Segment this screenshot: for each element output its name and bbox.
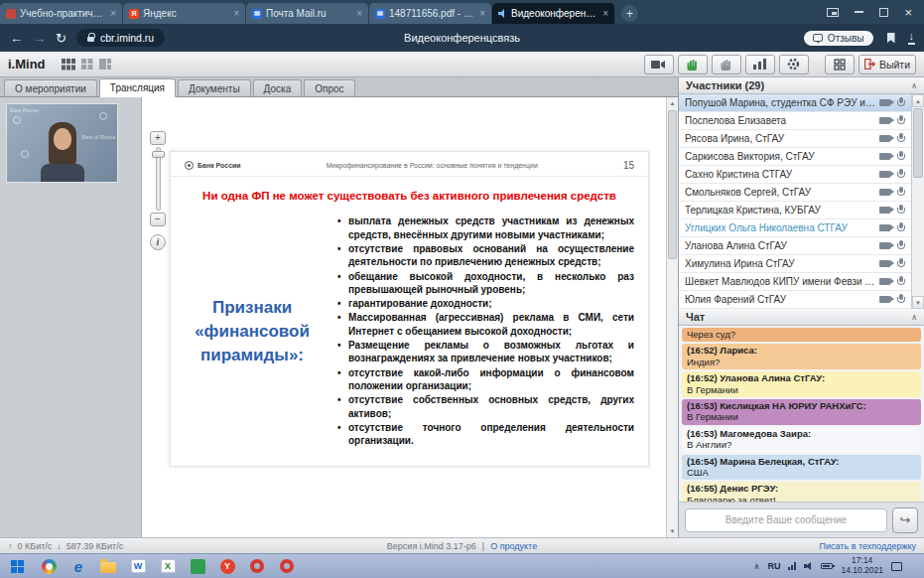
layout-grid-icon[interactable] <box>99 59 111 70</box>
participants-scrollbar[interactable]: ▲ ▼ <box>911 94 924 309</box>
cast-icon[interactable] <box>827 8 839 17</box>
taskbar-icon-browser[interactable] <box>34 554 64 578</box>
camera-icon[interactable] <box>879 260 890 267</box>
camera-icon[interactable] <box>879 207 890 214</box>
action-center-icon[interactable] <box>891 562 902 571</box>
taskbar-icon-edge[interactable]: e <box>64 554 93 578</box>
zoom-slider[interactable] <box>156 147 161 211</box>
participant-row[interactable]: Углицких Ольга Николаевна СТГАУ <box>679 219 911 237</box>
reload-icon[interactable]: ↻ <box>56 32 66 45</box>
mic-icon[interactable] <box>896 133 905 144</box>
camera-icon[interactable] <box>879 171 890 178</box>
mic-icon[interactable] <box>896 222 905 233</box>
mic-icon[interactable] <box>896 115 905 126</box>
collapse-icon[interactable]: ∧ <box>911 313 917 322</box>
browser-tab[interactable]: Учебно-практическая лаб × <box>0 3 123 24</box>
settings-button[interactable] <box>779 55 809 74</box>
participant-row[interactable]: Юлия Фарений СтГАУ <box>679 291 911 309</box>
participant-row[interactable]: Уланова Алина СтГАУ <box>679 237 911 255</box>
zoom-out-button[interactable]: − <box>150 213 166 226</box>
scroll-up-icon[interactable]: ▲ <box>912 94 924 107</box>
chat-header[interactable]: Чат ∧ <box>679 309 924 326</box>
forward-icon[interactable]: → <box>33 32 46 45</box>
mic-icon[interactable] <box>896 258 905 269</box>
camera-icon[interactable] <box>879 224 890 231</box>
maximize-icon[interactable] <box>879 8 888 17</box>
participant-row[interactable]: Рясова Ирина, СтГАУ <box>679 130 911 148</box>
participant-row[interactable]: Терлицкая Кристина, КУБГАУ <box>679 202 911 219</box>
camera-icon[interactable] <box>879 278 890 285</box>
browser-tab-active[interactable]: Видеоконференцсвязь × <box>492 3 615 24</box>
scrollbar-thumb[interactable] <box>668 110 677 259</box>
taskbar-icon-opera[interactable] <box>242 554 272 578</box>
tab-close-icon[interactable]: × <box>110 9 116 19</box>
scrollbar-thumb[interactable] <box>913 108 923 178</box>
feedback-button[interactable]: Отзывы <box>804 31 873 46</box>
support-link[interactable]: Писать в техподдержку <box>820 541 916 551</box>
pointer-button[interactable] <box>712 55 741 74</box>
start-button[interactable] <box>0 554 34 578</box>
view-layout-button[interactable] <box>825 55 855 74</box>
mic-icon[interactable] <box>896 151 905 162</box>
tab-event-info[interactable]: О мероприятии <box>4 79 97 96</box>
about-link[interactable]: О продукте <box>490 541 537 551</box>
collapse-icon[interactable]: ∧ <box>911 81 917 90</box>
participant-row[interactable]: Саркисова Виктория, СтГАУ <box>679 148 911 166</box>
camera-icon[interactable] <box>879 189 890 196</box>
mic-icon[interactable] <box>896 240 905 251</box>
camera-icon[interactable] <box>879 153 890 160</box>
info-button[interactable]: i <box>150 234 166 250</box>
participant-row[interactable]: Химулина Ирина СтГАУ <box>679 255 911 273</box>
mic-icon[interactable] <box>896 97 905 108</box>
stats-button[interactable] <box>745 55 775 74</box>
participant-row[interactable]: Смольняков Сергей, СтГАУ <box>679 184 911 202</box>
tab-documents[interactable]: Документы <box>178 79 251 96</box>
taskbar-icon-excel[interactable]: X <box>153 554 183 578</box>
scroll-down-icon[interactable]: ▼ <box>912 296 924 309</box>
camera-button[interactable] <box>644 55 674 74</box>
scroll-up-icon[interactable]: ▲ <box>667 97 678 109</box>
zoom-slider-thumb[interactable] <box>152 151 165 158</box>
close-icon[interactable]: × <box>904 6 912 19</box>
tab-close-icon[interactable]: × <box>233 9 239 19</box>
language-indicator[interactable]: RU <box>767 561 780 571</box>
network-icon[interactable] <box>788 562 796 570</box>
send-button[interactable]: ↪ <box>892 507 918 533</box>
video-thumbnail[interactable]: Банк России Bank of Russia <box>6 103 118 183</box>
participant-row[interactable]: Попушой Марина, студентка СФ РЭУ им. Г..… <box>679 94 911 112</box>
participant-row[interactable]: Шевкет Мавлюдов КИПУ имени Февзи Якуб... <box>679 273 911 291</box>
mic-icon[interactable] <box>896 169 905 180</box>
camera-icon[interactable] <box>879 117 890 124</box>
zoom-in-button[interactable]: + <box>150 131 166 145</box>
participants-header[interactable]: Участники (29) ∧ <box>679 77 924 94</box>
taskbar-icon-yandex[interactable]: Y <box>212 554 242 578</box>
downloads-icon[interactable]: ↓ <box>909 31 915 45</box>
tab-close-icon[interactable]: × <box>356 9 362 19</box>
back-icon[interactable]: ← <box>10 32 23 45</box>
taskbar-clock[interactable]: 17:14 14.10.2021 <box>841 556 883 576</box>
mic-icon[interactable] <box>896 187 905 198</box>
mic-icon[interactable] <box>896 276 905 287</box>
browser-tab[interactable]: ✉ Почта Mail.ru × <box>246 3 369 24</box>
new-tab-button[interactable]: + <box>621 5 638 22</box>
camera-icon[interactable] <box>879 296 890 303</box>
taskbar-icon-opera-2[interactable] <box>272 554 302 578</box>
tab-broadcast[interactable]: Трансляция <box>99 78 176 97</box>
mic-icon[interactable] <box>896 294 905 305</box>
viewer-scrollbar[interactable]: ▲ ▼ <box>666 97 678 537</box>
browser-tab[interactable]: ✉ 148711656.pdf - Почта M... × <box>369 3 492 24</box>
bookmark-icon[interactable] <box>887 33 895 44</box>
taskbar-icon-green-app[interactable] <box>183 554 212 578</box>
tab-poll[interactable]: Опрос <box>304 79 354 96</box>
taskbar-icon-explorer[interactable] <box>93 554 123 578</box>
tab-whiteboard[interactable]: Доска <box>253 79 303 96</box>
exit-button[interactable]: Выйти <box>858 55 916 74</box>
battery-icon[interactable] <box>821 563 833 569</box>
browser-tab[interactable]: Я Яндекс × <box>123 3 246 24</box>
scroll-down-icon[interactable]: ▼ <box>667 525 678 537</box>
camera-icon[interactable] <box>879 99 890 106</box>
layout-grid-icon[interactable] <box>62 59 75 71</box>
participant-row[interactable]: Поспелова Елизавета <box>679 112 911 130</box>
hidden-icons-chevron[interactable]: ∧ <box>754 562 760 571</box>
minimize-icon[interactable] <box>855 11 863 13</box>
